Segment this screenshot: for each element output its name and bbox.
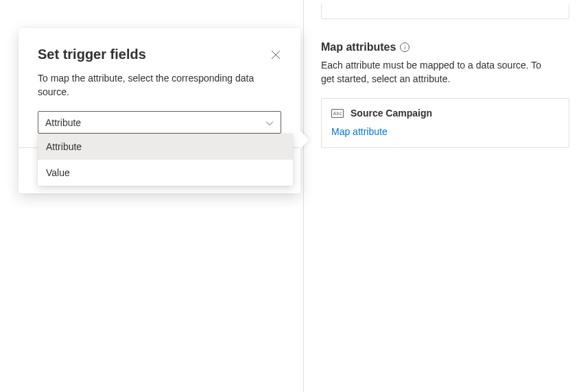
attribute-card-header: Abc Source Campaign [331,108,559,119]
callout-pointer-icon [300,130,309,149]
dialog-title: Set trigger fields [38,47,146,62]
set-trigger-fields-dialog: Set trigger fields To map the attribute,… [19,28,300,193]
dropdown-option-value[interactable]: Value [38,160,293,186]
text-type-icon: Abc [331,109,344,118]
right-panel: Map attributes i Each attribute must be … [304,0,581,392]
map-attributes-header: Map attributes i [321,41,571,53]
left-panel: Set trigger fields To map the attribute,… [0,0,304,392]
dropdown-list: Attribute Value [38,134,293,186]
dropdown-option-attribute[interactable]: Attribute [38,134,293,160]
attribute-name: Source Campaign [351,108,432,119]
dialog-header: Set trigger fields [19,28,300,62]
info-icon[interactable]: i [400,42,410,52]
dropdown-wrapper: Attribute Attribute Value [38,111,281,134]
map-attributes-title: Map attributes [321,41,396,53]
chevron-down-icon [265,117,274,128]
dialog-description: To map the attribute, select the corresp… [38,72,281,99]
attribute-dropdown[interactable]: Attribute [38,111,281,134]
dropdown-selected-value: Attribute [45,117,81,128]
placeholder-card [321,5,569,19]
close-icon[interactable] [270,49,281,60]
map-attribute-link[interactable]: Map attribute [331,126,388,137]
dialog-body: To map the attribute, select the corresp… [19,62,300,147]
map-attributes-description: Each attribute must be mapped to a data … [321,59,554,86]
attribute-card[interactable]: Abc Source Campaign Map attribute [321,98,569,148]
